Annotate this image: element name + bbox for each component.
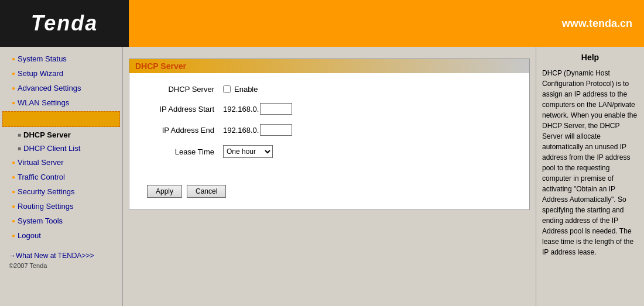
dhcp-server-row: DHCP Server Enable [147, 85, 512, 94]
header-url: www.tenda.cn [129, 18, 632, 30]
sidebar-item-traffic-control[interactable]: ● Traffic Control [0, 170, 122, 184]
sidebar-item-routing-settings[interactable]: ● Routing Settings [0, 199, 122, 214]
ip-start-label: IP Address Start [147, 105, 223, 114]
bullet-icon: ● [12, 85, 15, 91]
ip-end-row: IP Address End 192.168.0. [147, 124, 512, 136]
sidebar-item-system-tools[interactable]: ● System Tools [0, 214, 122, 228]
sidebar-item-system-status[interactable]: ● System Status [0, 51, 122, 66]
bullet-icon: ● [12, 56, 15, 62]
apply-button[interactable]: Apply [147, 185, 182, 198]
sidebar-item-logout[interactable]: ● Logout [0, 228, 122, 243]
bullet-icon: ● [12, 99, 15, 106]
bullet-icon: ● [12, 159, 15, 166]
content: upRouter.com DHCP Server DHCP Server Ena… [123, 47, 536, 306]
lease-time-select[interactable]: One hour Two hours Four hours Eight hour… [223, 145, 273, 158]
bullet-icon: ■ [18, 145, 21, 152]
bullet-icon: ■ [18, 132, 21, 138]
ip-start-value: 192.168.0. [223, 103, 292, 115]
sidebar-item-advanced-settings[interactable]: ● Advanced Settings [0, 81, 122, 95]
help-text: DHCP (Dynamic Host Configuration Protoco… [542, 68, 638, 257]
ip-end-prefix: 192.168.0. [223, 126, 259, 135]
ip-end-value: 192.168.0. [223, 124, 292, 136]
bullet-icon: ● [12, 218, 15, 224]
lease-time-row: Lease Time One hour Two hours Four hours… [147, 145, 512, 158]
ip-start-prefix: 192.168.0. [223, 105, 259, 114]
header: Tenda www.tenda.cn [0, 0, 644, 47]
sidebar: ● System Status ● Setup Wizard ● Advance… [0, 47, 123, 306]
bullet-icon: ● [12, 188, 15, 195]
sidebar-item-wlan-settings[interactable]: ● WLAN Settings [0, 95, 122, 110]
dhcp-title-bar: DHCP Server [129, 59, 529, 73]
dhcp-form: DHCP Server Enable IP Address Start 192.… [129, 73, 529, 179]
sidebar-item-setup-wizard[interactable]: ● Setup Wizard [0, 66, 122, 81]
bullet-icon: ● [12, 232, 15, 239]
lease-time-value: One hour Two hours Four hours Eight hour… [223, 145, 273, 158]
bullet-icon: ● [12, 174, 15, 180]
sidebar-footer-link[interactable]: →What New at TENDA>>> [0, 249, 122, 260]
sidebar-item-active-wlan[interactable] [2, 111, 120, 127]
dhcp-server-label: DHCP Server [147, 85, 223, 94]
ip-start-row: IP Address Start 192.168.0. [147, 103, 512, 115]
sidebar-copyright: ©2007 Tenda [0, 260, 122, 272]
main-layout: ● System Status ● Setup Wizard ● Advance… [0, 47, 644, 306]
help-title: Help [542, 53, 638, 62]
dhcp-enable-label: Enable [234, 85, 258, 94]
logo: Tenda [31, 11, 98, 36]
ip-end-label: IP Address End [147, 126, 223, 135]
dhcp-buttons: Apply Cancel [129, 179, 529, 209]
dhcp-enable-checkbox[interactable] [223, 85, 231, 93]
lease-time-label: Lease Time [147, 147, 223, 156]
bullet-icon: ● [12, 70, 15, 77]
dhcp-server-box: DHCP Server DHCP Server Enable IP Addres… [129, 59, 530, 210]
sidebar-item-dhcp-client-list[interactable]: ■ DHCP Client List [0, 142, 122, 155]
dhcp-server-value: Enable [223, 85, 258, 94]
logo-area: Tenda [0, 0, 129, 47]
cancel-button[interactable]: Cancel [187, 185, 226, 198]
ip-start-input[interactable] [260, 103, 292, 115]
ip-end-input[interactable] [260, 124, 292, 136]
bullet-icon: ● [12, 203, 15, 209]
sidebar-item-dhcp-server[interactable]: ■ DHCP Server [0, 128, 122, 142]
help-panel: Help DHCP (Dynamic Host Configuration Pr… [536, 47, 644, 306]
sidebar-item-security-settings[interactable]: ● Security Settings [0, 184, 122, 199]
sidebar-item-virtual-server[interactable]: ● Virtual Server [0, 155, 122, 170]
